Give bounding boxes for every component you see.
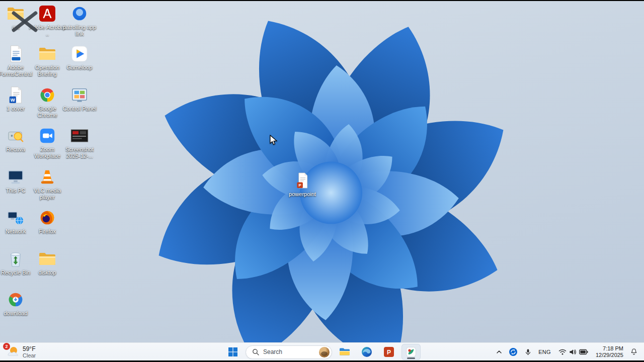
weather-temp: 59°F <box>23 346 36 352</box>
vlc-media-player-icon <box>35 167 59 187</box>
svg-text:W: W <box>11 97 15 103</box>
desktop-icon-disktop[interactable]: disktop <box>28 249 66 276</box>
firefox-icon <box>35 208 59 227</box>
svg-text:P: P <box>298 183 301 188</box>
desktop-icon-label: Screenshot 2025-12-... <box>60 146 99 159</box>
microphone-icon[interactable] <box>523 345 533 359</box>
desktop-icon-label: Gameloop <box>60 64 99 71</box>
desktop-icon-label: powerpoint <box>283 191 321 198</box>
1-cover-icon: W <box>4 85 28 105</box>
tray-chevron-up-icon[interactable] <box>495 345 503 359</box>
zoom-workplace-icon <box>35 126 59 145</box>
desktop-icon-label: VLC media player <box>28 188 66 201</box>
weather-badge: 2 <box>3 343 10 350</box>
desktop-icon-vlc-media-player[interactable]: VLC media player <box>28 167 66 201</box>
clock[interactable]: 7:18 PM 12/29/2025 <box>595 345 624 358</box>
weather-condition: Clear <box>23 352 36 358</box>
weather-text: 59°F Clear <box>23 346 36 358</box>
clock-time: 7:18 PM <box>596 345 623 352</box>
desktop-icon-gameloop[interactable]: Gameloop <box>60 44 99 71</box>
screen: api Adobe Acrobat .. patrolling app link… <box>0 0 644 362</box>
download-icon <box>4 290 28 309</box>
search-box-thumbnail <box>319 347 330 357</box>
desktop-icon-label: patrolling app link <box>60 24 99 37</box>
search-label: Search <box>263 348 315 355</box>
file-explorer-icon <box>339 346 351 358</box>
taskbar-tray: ENG 7:18 <box>495 343 644 361</box>
disktop-icon <box>35 249 59 268</box>
taskbar-center: Search <box>223 343 421 361</box>
adobe-formscentral-icon <box>4 44 28 63</box>
search-icon <box>252 348 259 355</box>
recycle-bin-icon <box>4 249 28 268</box>
desktop-icon-control-panel[interactable]: Control Panel <box>60 85 99 112</box>
adobe-acrobat-icon <box>35 4 59 23</box>
control-panel-icon <box>67 85 92 105</box>
desktop-icon-label: disktop <box>28 269 66 276</box>
gameloop-icon <box>67 44 92 63</box>
desktop[interactable]: api Adobe Acrobat .. patrolling app link… <box>0 1 644 342</box>
notification-bell-icon[interactable] <box>629 345 639 359</box>
active-app-indicator <box>407 357 415 359</box>
wifi-icon <box>558 348 567 355</box>
powerpoint-icon: P <box>290 171 314 190</box>
start-button[interactable] <box>223 344 243 360</box>
taskbar: 2 59°F Clear <box>0 342 644 360</box>
powerpoint-icon: P <box>383 346 395 358</box>
volume-icon <box>569 348 577 355</box>
desktop-icon-label: download <box>0 310 35 317</box>
screen-recorder-icon <box>405 346 417 358</box>
desktop-icon-download[interactable]: download <box>0 290 35 317</box>
quick-settings[interactable] <box>556 345 590 359</box>
screenshot-2025-icon <box>67 126 92 145</box>
weather-icon: 2 <box>6 345 19 358</box>
weather-widget[interactable]: 2 59°F Clear <box>0 343 42 361</box>
desktop-icon-label: Control Panel <box>60 106 99 112</box>
desktop-icon-screenshot-2025[interactable]: Screenshot 2025-12-... <box>60 126 99 159</box>
desktop-icon-label: Firefox <box>28 228 66 235</box>
edge-button[interactable] <box>357 344 376 360</box>
battery-icon <box>579 349 588 355</box>
google-chrome-icon <box>35 85 59 105</box>
clock-date: 12/29/2025 <box>596 352 623 358</box>
desktop-icon-powerpoint[interactable]: P powerpoint <box>283 171 321 198</box>
desktop-icon-patrolling-app-link[interactable]: patrolling app link <box>60 4 99 37</box>
svg-text:P: P <box>387 349 391 356</box>
powerpoint-button[interactable]: P <box>379 344 398 360</box>
operation-briefing-icon <box>35 44 59 63</box>
api-icon <box>4 4 28 23</box>
this-pc-icon <box>4 167 28 187</box>
language-label: ENG <box>538 349 551 355</box>
patrolling-app-link-icon <box>67 4 92 23</box>
language-indicator[interactable]: ENG <box>537 345 552 359</box>
file-explorer-button[interactable] <box>335 344 354 360</box>
desktop-icon-firefox[interactable]: Firefox <box>28 208 66 235</box>
network-icon <box>4 208 28 227</box>
edge-icon <box>361 346 373 358</box>
windows-logo-icon <box>228 347 238 357</box>
search-box[interactable]: Search <box>246 345 332 359</box>
recuva-icon <box>4 126 28 145</box>
tray-update-icon[interactable] <box>508 345 519 359</box>
active-app-button[interactable] <box>401 344 421 360</box>
